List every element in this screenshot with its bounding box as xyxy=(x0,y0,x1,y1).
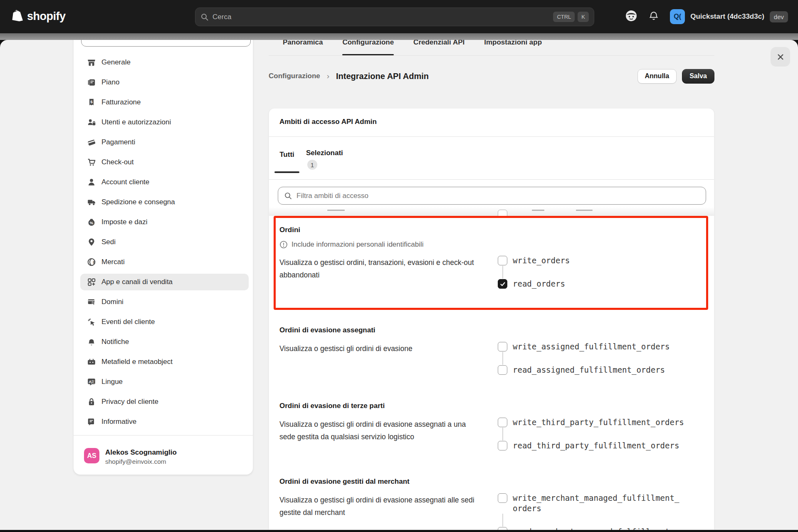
sidebar-item-generale[interactable]: Generale xyxy=(80,54,249,71)
sidebar-item-label: Utenti e autorizzazioni xyxy=(101,118,171,126)
shopify-bag-icon xyxy=(11,9,24,23)
global-search-input[interactable]: Cerca CTRL K xyxy=(195,7,594,26)
search-icon xyxy=(200,13,209,21)
sidebar-item-check-out[interactable]: Check-out xyxy=(80,154,249,171)
sidebar-item-spedizione-e-consegna[interactable]: Spedizione e consegna xyxy=(80,194,249,210)
tab-panoramica[interactable]: Panoramica xyxy=(283,40,323,55)
checkbox-connector xyxy=(502,266,503,279)
scope-name: read_third_party_fulfillment_orders xyxy=(513,440,679,451)
clipped-text xyxy=(576,210,593,211)
sidebar-item-eventi-del-cliente[interactable]: Eventi del cliente xyxy=(80,314,249,330)
sidebar-item-label: Privacy del cliente xyxy=(101,398,158,406)
scope-checkbox-column: write_merchant_managed_fulfillment_order… xyxy=(498,493,679,530)
scope-name: write_orders xyxy=(513,255,570,266)
section-heading: Ordini di evasione assegnati xyxy=(279,326,704,335)
scope-name: read_orders xyxy=(513,279,565,289)
clipped-row-sliver xyxy=(269,207,714,216)
sidebar-item-label: Metafield e metaobject xyxy=(101,358,173,366)
tab-all-underline xyxy=(274,171,299,173)
pii-note-text: Include informazioni personali identific… xyxy=(292,240,424,249)
sidebar-item-imposte-e-dazi[interactable]: %Imposte e dazi xyxy=(80,214,249,230)
tab-impostazioni-app[interactable]: Impostazioni app xyxy=(484,40,542,55)
settings-sidebar: GeneralePiano$FatturazioneUtenti e autor… xyxy=(74,40,253,475)
tab-credenziali-api[interactable]: Credenziali API xyxy=(413,40,464,55)
checkbox-write_merchant_managed_fulfillment_orders[interactable] xyxy=(498,493,507,503)
sidebar-item-pagamenti[interactable]: Pagamenti xyxy=(80,134,249,151)
sidebar-user[interactable]: AS Alekos Scognamiglio shopify@einvoix.c… xyxy=(84,448,177,466)
sidebar-item-label: Spedizione e consegna xyxy=(101,198,175,206)
sidebar-item-piano[interactable]: Piano xyxy=(80,74,249,91)
sidebar-item-mercati[interactable]: $Mercati xyxy=(80,254,249,270)
tab-label: Configurazione xyxy=(342,40,394,47)
cancel-button[interactable]: Annulla xyxy=(637,69,677,84)
policies-icon xyxy=(87,417,96,426)
assistant-icon[interactable] xyxy=(625,10,637,24)
scope-name: write_third_party_fulfillment_orders xyxy=(513,417,684,428)
checkbox-read_third_party_fulfillment_orders[interactable] xyxy=(498,441,507,450)
sidebar-item-notifiche[interactable]: Notifiche xyxy=(80,334,249,350)
shortcut-ctrl-key: CTRL xyxy=(553,12,575,22)
sidebar-item-label: Eventi del cliente xyxy=(101,318,155,326)
sidebar-item-fatturazione[interactable]: $Fatturazione xyxy=(80,94,249,111)
checkbox-read_orders[interactable] xyxy=(498,279,507,289)
scopes-list: OrdiniInclude informazioni personali ide… xyxy=(269,216,715,530)
breadcrumb-parent[interactable]: Configurazione xyxy=(269,72,320,80)
sidebar-item-informative[interactable]: Informative xyxy=(80,413,249,430)
scope-section-2: Ordini di evasione di terze partiVisuali… xyxy=(269,401,704,461)
scope-row-read_third_party_fulfillment_orders: read_third_party_fulfillment_orders xyxy=(498,440,684,451)
checkbox-write_orders[interactable] xyxy=(498,256,507,265)
sidebar-item-label: Domini xyxy=(101,298,124,306)
filter-scopes-input[interactable]: Filtra ambiti di accesso xyxy=(278,187,706,205)
scope-row-write_assigned_fulfillment_orders: write_assigned_fulfillment_orders xyxy=(498,341,670,352)
scope-row-read_merchant_managed_fulfillment_orders: read_merchant_managed_fulfillment_orders xyxy=(498,527,679,530)
sidebar-item-app-e-canali-di-vendita[interactable]: App e canali di vendita xyxy=(80,274,249,290)
sidebar-item-metafield-e-metaobject[interactable]: Metafield e metaobject xyxy=(80,354,249,370)
tab-selected-scopes[interactable]: Selezionati 1 xyxy=(306,148,343,170)
plan-icon xyxy=(87,78,96,87)
sidebar-item-lingue[interactable]: A文Lingue xyxy=(80,374,249,390)
sidebar-menu: GeneralePiano$FatturazioneUtenti e autor… xyxy=(74,54,253,433)
env-badge: dev xyxy=(770,11,788,22)
save-button[interactable]: Salva xyxy=(682,69,714,84)
sidebar-item-label: Fatturazione xyxy=(101,98,141,106)
app-page-tabs: PanoramicaConfigurazioneCredenziali APII… xyxy=(269,40,542,55)
sidebar-item-domini[interactable]: Domini xyxy=(80,294,249,310)
notifications-bell-icon[interactable] xyxy=(648,10,659,23)
markets-icon: $ xyxy=(87,257,96,267)
tab-configurazione[interactable]: Configurazione xyxy=(342,40,394,55)
scope-row-read_assigned_fulfillment_orders: read_assigned_fulfillment_orders xyxy=(498,365,670,375)
sidebar-search-input[interactable] xyxy=(81,40,251,47)
checkbox-connector xyxy=(502,514,503,527)
tab-all-scopes[interactable]: Tutti xyxy=(274,136,299,173)
checkbox-read_merchant_managed_fulfillment_orders[interactable] xyxy=(498,527,507,530)
section-description: Visualizza o gestisci gli ordini di evas… xyxy=(279,494,475,519)
sidebar-item-utenti-e-autorizzazioni[interactable]: Utenti e autorizzazioni xyxy=(80,114,249,131)
checkbox-write_third_party_fulfillment_orders[interactable] xyxy=(498,418,507,427)
sidebar-item-privacy-del-cliente[interactable]: Privacy del cliente xyxy=(80,393,249,410)
checkbox-write_assigned_fulfillment_orders[interactable] xyxy=(498,342,507,351)
tab-label: Impostazioni app xyxy=(484,40,542,47)
user-avatar: AS xyxy=(84,448,99,463)
locations-icon xyxy=(87,238,96,247)
sidebar-item-label: Mercati xyxy=(101,258,125,266)
account-icon xyxy=(87,178,96,187)
scope-row-write_merchant_managed_fulfillment_orders: write_merchant_managed_fulfillment_order… xyxy=(498,493,679,514)
svg-text:%: % xyxy=(90,221,94,225)
checkbox-read_assigned_fulfillment_orders[interactable] xyxy=(498,365,507,375)
tab-label: Panoramica xyxy=(283,40,323,47)
scope-checkbox-column: write_third_party_fulfillment_ordersread… xyxy=(498,417,684,451)
store-menu[interactable]: Q( Quickstart (4dc33d3c) dev xyxy=(670,9,788,24)
sidebar-item-label: Informative xyxy=(101,418,136,426)
sidebar-item-sedi[interactable]: Sedi xyxy=(80,234,249,250)
sidebar-item-account-cliente[interactable]: Account cliente xyxy=(80,174,249,191)
close-button[interactable] xyxy=(771,47,790,67)
shopify-logo[interactable]: shopify xyxy=(11,9,66,23)
section-heading: Ordini di evasione di terze parti xyxy=(279,401,704,411)
store-avatar: Q( xyxy=(670,9,685,24)
billing-icon: $ xyxy=(87,98,96,107)
filter-placeholder: Filtra ambiti di accesso xyxy=(296,192,368,200)
tab-label: Credenziali API xyxy=(413,40,464,47)
search-placeholder: Cerca xyxy=(212,13,550,21)
sidebar-item-label: Imposte e dazi xyxy=(101,218,148,226)
languages-icon: A文 xyxy=(87,377,96,386)
